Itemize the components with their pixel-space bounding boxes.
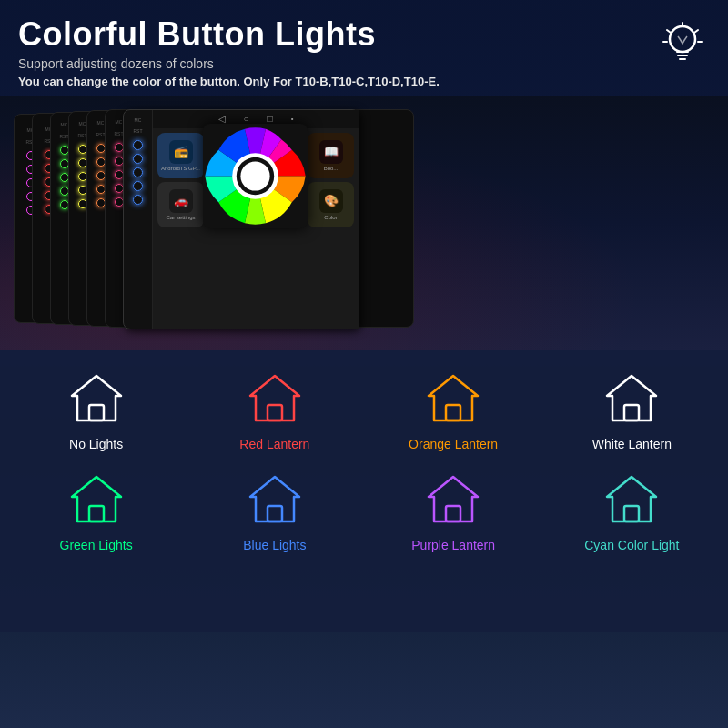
svg-point-3: [240, 161, 269, 190]
color-wheel-popup[interactable]: [203, 124, 308, 228]
color-panel: No LightsRed LanternOrange LanternWhite …: [0, 350, 728, 632]
color-icon-purple-lantern: [421, 470, 485, 529]
color-options-grid: No LightsRed LanternOrange LanternWhite …: [14, 369, 714, 552]
color-label-purple-lantern: Purple Lantern: [411, 538, 495, 552]
color-icon-orange-lantern: [421, 369, 485, 428]
color-option-white-lantern[interactable]: White Lantern: [550, 369, 714, 451]
color-icon-blue-lights: [243, 470, 307, 529]
header-section: Colorful Button Lights Support adjusting…: [0, 0, 728, 96]
apps-grid: 📻 AndroidTS GP... 🤖 APK Insta... 🔵 bluet…: [153, 128, 359, 232]
svg-rect-11: [624, 506, 639, 521]
nav-recent[interactable]: □: [268, 114, 273, 124]
bulb-icon: [655, 16, 710, 71]
nav-home[interactable]: ○: [244, 114, 249, 124]
color-label-white-lantern: White Lantern: [592, 437, 672, 451]
page-title: Colorful Button Lights: [18, 16, 710, 53]
svg-rect-9: [268, 506, 282, 521]
app-androidts[interactable]: 📻 AndroidTS GP...: [157, 133, 204, 178]
color-icon-green-lights: [65, 470, 128, 529]
app-boo[interactable]: 📖 Boo...: [308, 133, 354, 178]
color-option-green-lights[interactable]: Green Lights: [14, 470, 178, 552]
color-icon-white-lantern: [600, 369, 663, 428]
svg-rect-4: [89, 405, 104, 420]
device-area: MC RST MC RST: [0, 96, 728, 350]
color-icon-no-lights: [65, 369, 128, 428]
svg-rect-8: [89, 506, 104, 521]
svg-rect-5: [268, 405, 282, 420]
color-option-purple-lantern[interactable]: Purple Lantern: [371, 470, 536, 552]
color-label-orange-lantern: Orange Lantern: [409, 437, 498, 451]
color-option-red-lantern[interactable]: Red Lantern: [192, 369, 357, 451]
svg-rect-7: [624, 405, 639, 420]
header-subtitle: Support adjusting dozens of colors: [18, 56, 710, 71]
nav-dot: •: [291, 115, 294, 123]
color-option-orange-lantern[interactable]: Orange Lantern: [371, 369, 536, 451]
color-label-cyan-color-light: Cyan Color Light: [584, 538, 679, 552]
svg-rect-10: [446, 506, 460, 521]
app-color[interactable]: 🎨 Color: [308, 182, 354, 228]
color-label-blue-lights: Blue Lights: [243, 538, 306, 552]
tablet-stack: MC RST MC RST: [14, 109, 359, 337]
color-option-cyan-color-light[interactable]: Cyan Color Light: [550, 470, 714, 552]
svg-point-0: [670, 26, 695, 52]
color-icon-red-lantern: [243, 369, 307, 428]
color-label-no-lights: No Lights: [69, 437, 123, 451]
svg-rect-6: [446, 405, 460, 420]
color-label-red-lantern: Red Lantern: [239, 437, 309, 451]
color-label-green-lights: Green Lights: [60, 538, 133, 552]
nav-back[interactable]: ◁: [218, 114, 226, 124]
tablet-front: MC RST ◁ ○ □ •: [123, 109, 359, 329]
color-option-no-lights[interactable]: No Lights: [14, 369, 178, 451]
color-option-blue-lights[interactable]: Blue Lights: [192, 470, 357, 552]
header-note: You can change the color of the button. …: [18, 75, 710, 88]
app-car-settings[interactable]: 🚗 Car settings: [157, 182, 204, 228]
color-icon-cyan-color-light: [600, 470, 663, 529]
